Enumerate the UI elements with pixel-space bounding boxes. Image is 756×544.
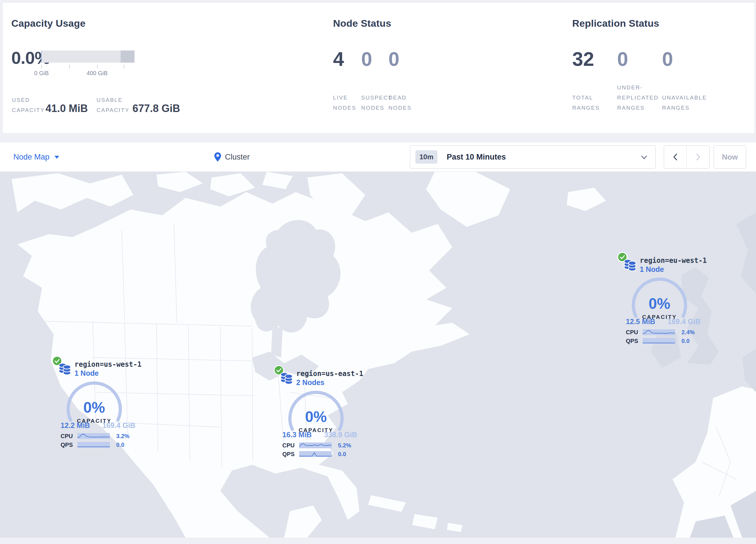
- time-range-label: Past 10 Minutes: [447, 153, 506, 162]
- time-step-buttons: [664, 145, 710, 168]
- cpu-sparkline: [299, 443, 332, 448]
- usable-capacity-label: Usable Capacity: [97, 95, 132, 115]
- region-capacity-percent: 0%: [65, 399, 123, 416]
- region-capacity-percent: 0%: [630, 295, 688, 312]
- chevron-right-icon: [696, 153, 700, 161]
- capacity-bar-used-segment: [41, 50, 41, 63]
- region-name: region=eu-west-1: [640, 256, 707, 264]
- chevron-left-icon: [673, 153, 677, 161]
- time-step-forward-button[interactable]: [687, 146, 709, 168]
- qps-value: 0.0: [116, 442, 124, 448]
- capacity-usage-section: Capacity Usage 0.0% 0 GiB 400 GiB Used C…: [11, 3, 319, 133]
- view-selector-dropdown[interactable]: Node Map: [13, 142, 59, 171]
- breadcrumb-label: Cluster: [225, 153, 250, 162]
- cpu-sparkline: [77, 433, 110, 439]
- region-used-capacity: 12.5 MiB: [626, 318, 655, 326]
- live-nodes-count: 4: [333, 49, 344, 69]
- capacity-usage-title: Capacity Usage: [11, 18, 86, 29]
- region-total-capacity: 169.4 GiB: [668, 318, 701, 326]
- time-range-badge: 10m: [415, 150, 437, 164]
- region-node-count: 1 Node: [74, 369, 99, 378]
- view-selector-label: Node Map: [13, 153, 50, 162]
- cpu-value: 3.2%: [116, 433, 130, 440]
- qps-value: 0.0: [682, 338, 690, 345]
- total-ranges-count: 32: [572, 49, 594, 69]
- database-stack-icon: [624, 258, 637, 272]
- dead-nodes-label: Dead Nodes: [388, 92, 417, 113]
- region-node-count: 2 Nodes: [296, 378, 324, 387]
- capacity-tick-label-0: 0 GiB: [34, 70, 49, 77]
- cpu-value: 5.2%: [338, 442, 351, 449]
- region-node-count: 1 Node: [640, 265, 664, 274]
- region-total-capacity: 169.4 GiB: [102, 421, 135, 430]
- under-replicated-ranges-count: 0: [617, 49, 628, 69]
- location-pin-icon: [214, 152, 221, 162]
- replication-status-title: Replication Status: [572, 18, 659, 29]
- now-button[interactable]: Now: [714, 145, 746, 168]
- node-map[interactable]: region=us-west-1 1 Node 0% CAPACITY 12.2…: [0, 172, 756, 538]
- cpu-label: CPU: [282, 442, 295, 449]
- region-marker[interactable]: region=eu-west-1 1 Node 0% CAPACITY 12.5…: [607, 251, 712, 347]
- region-capacity-percent: 0%: [287, 408, 345, 425]
- region-used-capacity: 16.3 MiB: [282, 431, 312, 439]
- capacity-axis-ticks: [41, 65, 135, 69]
- capacity-tick-label-400: 400 GiB: [87, 70, 108, 77]
- live-nodes-label: Live Nodes: [333, 92, 361, 113]
- qps-label: QPS: [61, 442, 73, 448]
- used-capacity-label: Used Capacity: [12, 95, 46, 115]
- under-replicated-ranges-label: Under-Replicated Ranges: [617, 82, 661, 113]
- time-step-back-button[interactable]: [664, 146, 687, 168]
- region-used-capacity: 12.2 MiB: [61, 421, 90, 430]
- qps-value: 0.0: [338, 451, 346, 458]
- qps-sparkline: [643, 338, 675, 344]
- cpu-sparkline: [643, 329, 675, 335]
- total-ranges-label: Total Ranges: [572, 92, 616, 113]
- cluster-summary-card: Capacity Usage 0.0% 0 GiB 400 GiB Used C…: [2, 2, 755, 133]
- database-stack-icon: [280, 371, 293, 385]
- caret-down-icon: [54, 155, 59, 159]
- capacity-bar: 0 GiB 400 GiB: [41, 50, 135, 77]
- unavailable-ranges-label: Unavailable Ranges: [662, 92, 708, 113]
- capacity-bar-nonusable-segment: [121, 50, 135, 63]
- suspect-nodes-count: 0: [361, 49, 372, 69]
- map-toolbar: Node Map Cluster 10m Past 10 Minutes: [0, 142, 756, 172]
- breadcrumb[interactable]: Cluster: [214, 142, 250, 171]
- node-status-title: Node Status: [333, 18, 391, 29]
- usable-capacity-value: 677.8 GiB: [132, 102, 180, 115]
- time-range-selector[interactable]: 10m Past 10 Minutes: [410, 145, 656, 168]
- node-map-page: { "capacity": { "title": "Capacity Usage…: [0, 0, 756, 544]
- region-total-capacity: 338.9 GiB: [324, 431, 357, 439]
- qps-label: QPS: [282, 451, 295, 458]
- cpu-label: CPU: [626, 329, 638, 336]
- region-marker[interactable]: region=us-west-1 1 Node 0% CAPACITY 12.2…: [42, 355, 146, 450]
- qps-label: QPS: [626, 338, 638, 345]
- unavailable-ranges-count: 0: [662, 49, 673, 69]
- suspect-nodes-label: Suspect Nodes: [361, 92, 389, 113]
- database-stack-icon: [58, 362, 72, 376]
- chevron-down-icon: [641, 155, 647, 159]
- node-status-section: Node Status 4 Live Nodes 0 Suspect Nodes…: [333, 3, 553, 133]
- dead-nodes-count: 0: [388, 49, 399, 69]
- cpu-value: 2.4%: [682, 329, 695, 336]
- qps-sparkline: [77, 442, 110, 448]
- used-capacity-value: 41.0 MiB: [46, 102, 88, 115]
- region-marker[interactable]: region=us-east-1 2 Nodes 0% CAPACITY 16.…: [264, 364, 368, 460]
- replication-status-section: Replication Status 32 Total Ranges 0 Und…: [572, 3, 746, 133]
- qps-sparkline: [299, 451, 332, 457]
- region-name: region=us-east-1: [296, 370, 363, 378]
- region-name: region=us-west-1: [74, 360, 141, 369]
- cpu-label: CPU: [61, 433, 73, 440]
